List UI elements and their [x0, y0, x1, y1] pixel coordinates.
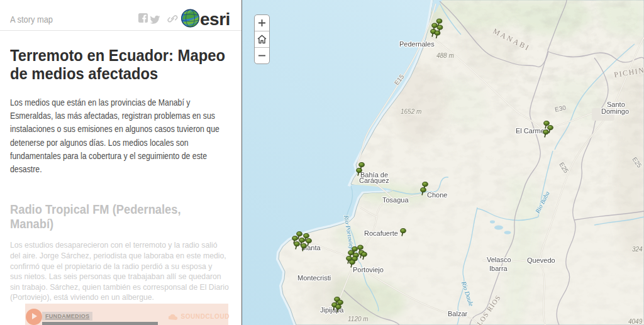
svg-text:Caráquez: Caráquez [359, 177, 389, 184]
svg-text:Pedernales: Pedernales [399, 40, 435, 48]
svg-text:Domingo: Domingo [601, 107, 629, 115]
svg-text:Quevedo: Quevedo [527, 256, 555, 264]
svg-text:Montecristi: Montecristi [297, 274, 331, 282]
svg-text:Chone: Chone [427, 191, 447, 199]
svg-text:Tosagua: Tosagua [382, 196, 409, 204]
svg-text:1652 m: 1652 m [401, 108, 421, 115]
svg-text:Rocafuerte: Rocafuerte [364, 229, 398, 237]
svg-text:Balzar: Balzar [448, 310, 468, 317]
svg-text:Velasco: Velasco [487, 256, 511, 263]
svg-text:324: 324 [632, 246, 643, 253]
svg-text:esri: esri [200, 9, 230, 29]
svg-text:Ibarra: Ibarra [489, 265, 508, 272]
svg-text:4049 m: 4049 m [628, 318, 644, 325]
svg-text:488 m: 488 m [436, 52, 454, 59]
svg-text:Portoviejo: Portoviejo [353, 266, 384, 273]
svg-text:1120 m: 1120 m [348, 316, 369, 322]
